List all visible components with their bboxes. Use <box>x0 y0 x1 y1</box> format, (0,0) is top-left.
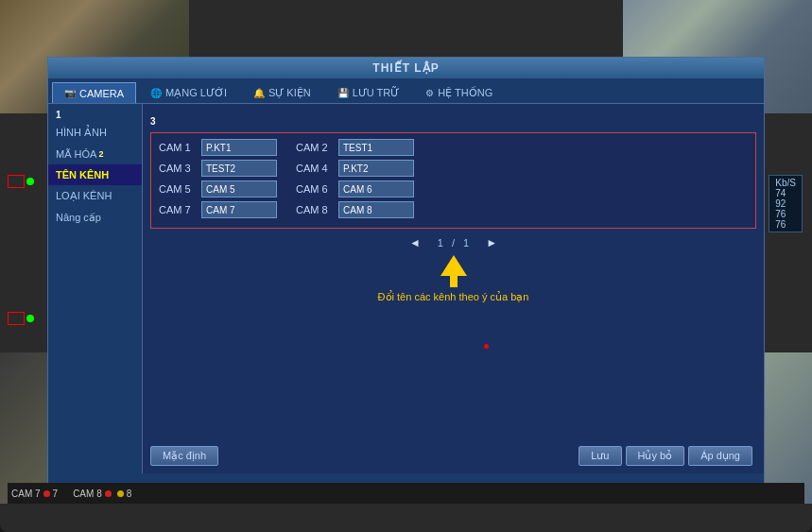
main-ui: THIẾT LẬP 📷 CAMERA 🌐 MẠNG LƯỚI 🔔 SỰ KIỆN… <box>47 57 765 485</box>
cam4-input[interactable] <box>338 160 414 177</box>
cam5-input[interactable] <box>201 180 277 197</box>
green-dot-1 <box>26 178 34 185</box>
sidebar-item-ma-hoa[interactable]: MÃ HÓA 2 <box>48 144 142 164</box>
status-dot-yellow-cam8 <box>117 490 124 497</box>
cam1-label: CAM 1 <box>159 142 201 153</box>
arrow-up-container <box>150 255 756 287</box>
cam8-input[interactable] <box>338 201 414 218</box>
cam2-input[interactable] <box>338 139 414 156</box>
cam2-label: CAM 2 <box>296 142 338 153</box>
channel-row-3: CAM 5 CAM 6 <box>159 180 748 197</box>
tab-he-thong[interactable]: ⚙ HỆ THỐNG <box>413 82 505 103</box>
cam6-pair: CAM 6 <box>296 180 414 197</box>
content-area: 1 HÌNH ẢNH MÃ HÓA 2 TÊN KÊNH LOẠI KÊNH N… <box>48 104 764 473</box>
tab-camera[interactable]: 📷 CAMERA <box>52 82 136 103</box>
red-indicator-2 <box>8 312 25 325</box>
tab-luu-tru-label: LƯU TRỮ <box>353 87 400 99</box>
channel-row-2: CAM 3 CAM 4 <box>159 160 748 177</box>
sidebar-item-hinh-anh[interactable]: HÌNH ẢNH <box>48 122 142 144</box>
bottom-buttons: Mặc định Lưu Hủy bỏ Áp dụng <box>143 446 764 466</box>
title-bar: THIẾT LẬP <box>48 58 764 78</box>
cam1-input[interactable] <box>201 139 277 156</box>
sidebar-item-nang-cap[interactable]: Nâng cấp <box>48 207 142 229</box>
tab-camera-label: CAMERA <box>79 88 124 99</box>
su-kien-icon: 🔔 <box>253 88 265 98</box>
status-cam8: CAM 8 8 <box>73 489 131 499</box>
sidebar-item-ten-kenh[interactable]: TÊN KÊNH <box>48 164 142 185</box>
status-dot-cam7 <box>43 490 50 497</box>
cam5-label: CAM 5 <box>159 183 201 195</box>
pagination: ◄ 1 / 1 ► <box>150 236 756 249</box>
default-button[interactable]: Mặc định <box>150 446 218 466</box>
num3-container: 3 <box>150 112 756 129</box>
cam4-label: CAM 4 <box>296 163 338 174</box>
monitor: 2016-09-09 08:08:27 Kb/S 74 92 76 76 THI… <box>0 0 812 532</box>
cam6-label: CAM 6 <box>296 183 338 195</box>
tab-he-thong-label: HỆ THỐNG <box>438 87 492 99</box>
tab-mang-luoi[interactable]: 🌐 MẠNG LƯỚI <box>138 82 239 103</box>
red-indicator-1 <box>8 175 25 188</box>
hint-text: Đổi tên các kênh theo ý của bạn <box>150 291 756 303</box>
title-text: THIẾT LẬP <box>372 61 439 75</box>
save-button[interactable]: Lưu <box>579 446 621 466</box>
nav-tabs: 📷 CAMERA 🌐 MẠNG LƯỚI 🔔 SỰ KIỆN 💾 LƯU TRỮ… <box>48 78 764 104</box>
cam3-label: CAM 3 <box>159 163 201 174</box>
next-page-button[interactable]: ► <box>486 236 497 249</box>
kbs-panel: Kb/S 74 92 76 76 <box>769 175 803 232</box>
cam2-pair: CAM 2 <box>296 139 414 156</box>
tab-su-kien-label: SỰ KIỆN <box>268 87 311 99</box>
cam3-input[interactable] <box>201 160 277 177</box>
channel-row-1: CAM 1 CAM 2 <box>159 139 748 156</box>
mang-luoi-icon: 🌐 <box>150 88 162 98</box>
kbs-val-3: 76 <box>775 209 796 219</box>
kbs-title: Kb/S <box>775 178 796 188</box>
status-bar: CAM 7 7 CAM 8 8 <box>8 483 804 504</box>
apply-button[interactable]: Áp dụng <box>688 446 752 466</box>
kbs-val-1: 74 <box>775 188 796 198</box>
cam6-input[interactable] <box>338 180 414 197</box>
channel-grid: CAM 1 CAM 2 CAM 3 CAM 4 <box>150 132 756 229</box>
tab-luu-tru[interactable]: 💾 LƯU TRỮ <box>325 82 412 103</box>
status-cam7-label: CAM 7 <box>11 489 41 499</box>
red-dot-indicator <box>484 344 489 349</box>
status-dot-cam8 <box>105 490 112 497</box>
green-dot-2 <box>26 315 34 322</box>
arrow-shaft <box>450 276 458 287</box>
cancel-button[interactable]: Hủy bỏ <box>626 446 685 466</box>
tab-su-kien[interactable]: 🔔 SỰ KIỆN <box>241 82 323 103</box>
sidebar-num-1: 1 <box>48 108 142 122</box>
status-cam7: CAM 7 7 <box>11 489 58 499</box>
kbs-val-4: 76 <box>775 219 796 230</box>
page-info: 1 / 1 <box>432 237 475 249</box>
kbs-val-2: 92 <box>775 198 796 209</box>
status-num-8: 8 <box>127 489 132 499</box>
main-panel: 3 CAM 1 CAM 2 CAM 3 <box>143 104 764 473</box>
sidebar: 1 HÌNH ẢNH MÃ HÓA 2 TÊN KÊNH LOẠI KÊNH N… <box>48 104 143 473</box>
sidebar-item-loai-kenh[interactable]: LOẠI KÊNH <box>48 185 142 207</box>
cam4-pair: CAM 4 <box>296 160 414 177</box>
camera-tab-icon: 📷 <box>64 88 76 98</box>
cam8-label: CAM 8 <box>296 204 338 215</box>
luu-tru-icon: 💾 <box>337 88 349 98</box>
status-num-7: 7 <box>53 489 59 499</box>
tab-mang-luoi-label: MẠNG LƯỚI <box>165 87 227 99</box>
channel-row-4: CAM 7 CAM 8 <box>159 201 748 218</box>
cam7-input[interactable] <box>201 201 277 218</box>
cam8-pair: CAM 8 <box>296 201 414 218</box>
he-thong-icon: ⚙ <box>425 88 434 98</box>
status-cam8-label: CAM 8 <box>73 489 102 499</box>
cam7-label: CAM 7 <box>159 204 201 215</box>
arrow-up-icon <box>441 255 467 276</box>
prev-page-button[interactable]: ◄ <box>409 236 421 249</box>
